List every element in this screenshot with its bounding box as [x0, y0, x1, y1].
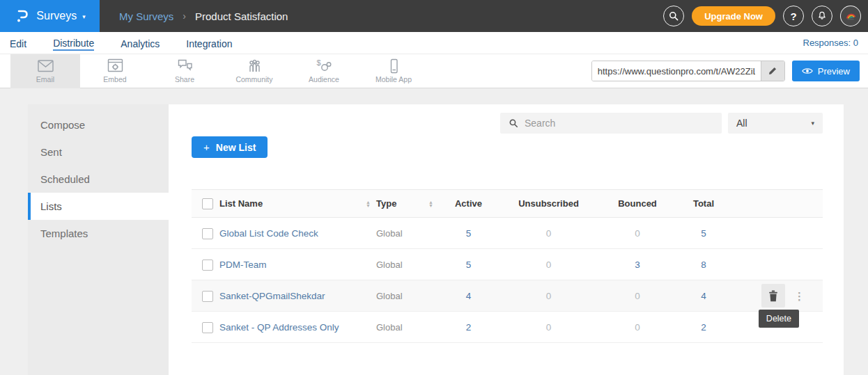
- edit-url-button[interactable]: [761, 61, 784, 81]
- channel-audience[interactable]: $ Audience: [289, 54, 359, 88]
- unsubscribed-count: 0: [498, 218, 599, 249]
- total-count[interactable]: 4: [676, 280, 731, 312]
- active-count[interactable]: 4: [439, 280, 498, 312]
- delete-tooltip: Delete: [759, 310, 799, 328]
- channel-label: Audience: [309, 75, 339, 83]
- gauge-avatar-icon: [844, 9, 858, 23]
- column-header-list-name[interactable]: List Name ▲▼: [219, 190, 376, 218]
- chevron-down-icon: ▾: [82, 13, 86, 20]
- sidebar-item-lists[interactable]: Lists: [28, 193, 169, 220]
- bounced-count[interactable]: 3: [599, 249, 676, 280]
- column-header-unsubscribed: Unsubscribed: [498, 190, 599, 218]
- help-button[interactable]: ?: [783, 6, 804, 26]
- share-icon: [176, 58, 194, 74]
- tab-integration[interactable]: Integration: [186, 36, 232, 49]
- survey-tab-bar: Edit Distribute Analytics Integration Re…: [0, 32, 868, 54]
- sidebar-item-compose[interactable]: Compose: [28, 111, 169, 138]
- trash-icon: [768, 290, 779, 302]
- sidebar-item-scheduled[interactable]: Scheduled: [28, 166, 169, 193]
- list-name-link[interactable]: Sanket-QPGmailShekdar: [219, 280, 376, 312]
- account-avatar[interactable]: [840, 6, 861, 26]
- email-lists-table: List Name ▲▼ Type ▲▼ Active Unsubscribed…: [192, 189, 823, 343]
- survey-url-input[interactable]: [592, 61, 761, 81]
- list-search-input[interactable]: [525, 118, 713, 129]
- sort-icon[interactable]: ▲▼: [366, 200, 371, 207]
- list-name-link[interactable]: Global List Code Check: [219, 218, 376, 249]
- notifications-button[interactable]: [812, 6, 832, 26]
- total-count[interactable]: 8: [676, 249, 731, 280]
- audience-icon: $: [316, 58, 333, 74]
- total-count[interactable]: 2: [676, 312, 731, 343]
- total-count[interactable]: 5: [676, 218, 731, 249]
- list-name-link[interactable]: Sanket - QP Addresses Only: [219, 312, 376, 343]
- plus-icon: +: [203, 141, 210, 153]
- breadcrumb-my-surveys[interactable]: My Surveys: [119, 10, 173, 22]
- pencil-icon: [768, 66, 777, 76]
- preview-button[interactable]: Preview: [792, 61, 860, 81]
- row-checkbox[interactable]: [202, 228, 213, 239]
- row-checkbox[interactable]: [202, 260, 213, 271]
- active-count[interactable]: 5: [439, 249, 498, 280]
- row-actions: ⋮: [731, 284, 823, 308]
- channel-mobile-app[interactable]: Mobile App: [359, 54, 428, 88]
- channel-email[interactable]: Email: [10, 54, 80, 88]
- community-icon: [246, 58, 263, 74]
- sidebar-item-sent[interactable]: Sent: [28, 138, 169, 166]
- search-button[interactable]: [663, 6, 684, 26]
- sort-icon[interactable]: ▲▼: [428, 200, 433, 207]
- email-distribution-panel: Compose Sent Scheduled Lists Templates A…: [28, 104, 844, 375]
- filter-value: All: [736, 118, 747, 129]
- channel-label: Email: [36, 75, 54, 83]
- row-checkbox[interactable]: [202, 322, 213, 333]
- bounced-count: 0: [599, 280, 676, 312]
- toolbar-right: Preview: [591, 61, 868, 81]
- list-type: Global: [376, 312, 439, 343]
- table-row: Global List Code Check Global 5 0 0 5: [192, 218, 823, 249]
- mobile-phone-icon: [385, 58, 403, 74]
- column-header-active: Active: [439, 190, 498, 218]
- new-list-button[interactable]: + New List: [192, 136, 268, 158]
- list-type-filter[interactable]: All ▾: [728, 113, 823, 134]
- row-checkbox[interactable]: [202, 291, 213, 302]
- table-row-hovered: Sanket-QPGmailShekdar Global 4 0 0 4: [192, 280, 823, 312]
- bell-icon: [816, 10, 828, 22]
- list-filter-row: All ▾: [500, 113, 823, 134]
- list-type: Global: [376, 218, 439, 249]
- tab-analytics[interactable]: Analytics: [121, 36, 160, 49]
- list-name-link[interactable]: PDM-Team: [219, 249, 376, 280]
- questionpro-logo-icon: [14, 8, 31, 24]
- delete-list-button[interactable]: [761, 284, 785, 308]
- top-header: Surveys ▾ My Surveys › Product Satisfact…: [0, 0, 868, 32]
- select-all-checkbox[interactable]: [202, 198, 213, 209]
- search-icon: [509, 118, 518, 128]
- product-switcher[interactable]: Surveys ▾: [0, 0, 100, 32]
- lists-main-panel: All ▾ + New List List Name ▲▼: [169, 104, 844, 375]
- active-count[interactable]: 5: [439, 218, 498, 249]
- channel-share[interactable]: Share: [150, 54, 219, 88]
- list-type: Global: [376, 280, 439, 312]
- header-actions: Upgrade Now ?: [663, 6, 868, 26]
- column-header-type[interactable]: Type ▲▼: [376, 190, 439, 218]
- embed-icon: [107, 58, 124, 74]
- chevron-down-icon: ▾: [811, 120, 814, 127]
- active-count[interactable]: 2: [439, 312, 498, 343]
- column-header-bounced: Bounced: [599, 190, 676, 218]
- tab-distribute[interactable]: Distribute: [53, 35, 94, 51]
- new-list-label: New List: [216, 142, 256, 153]
- eye-icon: [802, 67, 813, 75]
- row-menu-icon[interactable]: ⋮: [794, 291, 805, 301]
- bounced-count: 0: [599, 218, 676, 249]
- channel-embed[interactable]: Embed: [80, 54, 150, 88]
- channel-community[interactable]: Community: [219, 54, 289, 88]
- breadcrumb: My Surveys › Product Satisfaction: [119, 10, 288, 22]
- distribute-toolbar: Email Embed Share Community $: [0, 54, 868, 88]
- survey-url-field: [591, 61, 785, 81]
- sidebar-item-templates[interactable]: Templates: [28, 220, 169, 247]
- upgrade-now-button[interactable]: Upgrade Now: [692, 6, 775, 26]
- table-row: PDM-Team Global 5 0 3 8: [192, 249, 823, 280]
- svg-text:$: $: [316, 58, 320, 67]
- channel-label: Community: [235, 75, 272, 83]
- question-mark-icon: ?: [790, 10, 796, 22]
- unsubscribed-count: 0: [498, 280, 599, 312]
- tab-edit[interactable]: Edit: [10, 36, 26, 49]
